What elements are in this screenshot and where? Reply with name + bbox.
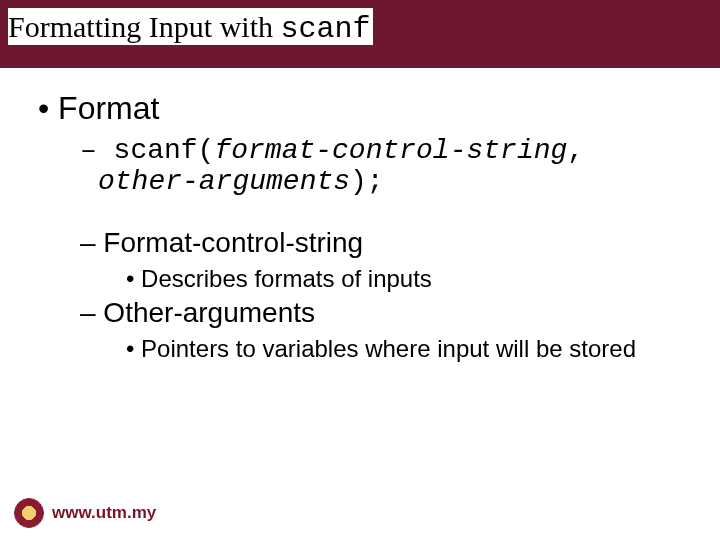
format-heading-text: Format (58, 90, 159, 126)
syntax-suffix: ); (350, 166, 384, 197)
format-control-heading: Format-control-string (46, 227, 692, 259)
slide-content: Format scanf(format-control-string, othe… (0, 68, 720, 363)
spacer (28, 203, 692, 227)
scanf-syntax: scanf(format-control-string, other-argum… (46, 135, 692, 197)
format-control-text: Format-control-string (103, 227, 363, 258)
syntax-arg2: other-arguments (98, 166, 350, 197)
syntax-arg1: format-control-string (214, 135, 567, 166)
format-heading: Format (28, 90, 692, 127)
syntax-sep: , (567, 135, 584, 166)
other-arguments-desc-text: Pointers to variables where input will b… (141, 335, 636, 362)
syntax-prefix: scanf( (114, 135, 215, 166)
utm-logo-icon (14, 498, 44, 528)
title-code: scanf (281, 12, 371, 46)
format-control-desc-text: Describes formats of inputs (141, 265, 432, 292)
other-arguments-text: Other-arguments (103, 297, 315, 328)
format-control-desc: Describes formats of inputs (43, 265, 692, 293)
slide-header: Formatting Input with scanf (0, 0, 720, 68)
slide-title: Formatting Input with scanf (8, 8, 373, 45)
other-arguments-heading: Other-arguments (46, 297, 692, 329)
title-text: Formatting Input with (8, 10, 281, 43)
other-arguments-desc: Pointers to variables where input will b… (43, 335, 692, 363)
footer-url: www.utm.my (52, 503, 156, 523)
slide-footer: www.utm.my (14, 498, 156, 528)
